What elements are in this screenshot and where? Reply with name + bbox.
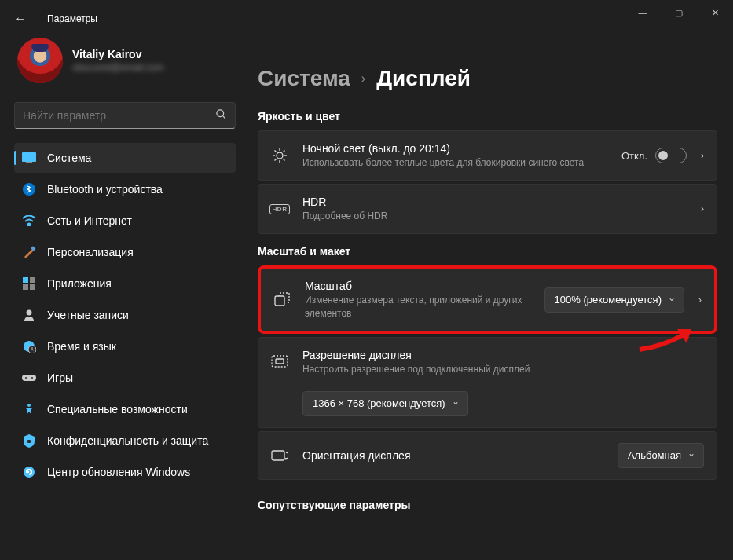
svg-rect-10 xyxy=(30,284,35,290)
gamepad-icon xyxy=(22,371,36,385)
minimize-button[interactable]: ― xyxy=(625,0,661,25)
resolution-dropdown[interactable]: 1366 × 768 (рекомендуется) xyxy=(302,391,468,416)
clock-globe-icon xyxy=(22,339,36,353)
svg-point-5 xyxy=(28,224,31,226)
brush-icon xyxy=(22,245,36,259)
nav-bluetooth[interactable]: Bluetooth и устройства xyxy=(14,174,236,204)
search-icon xyxy=(215,108,227,123)
nav-label: Приложения xyxy=(47,277,112,290)
user-profile[interactable]: Vitaliy Kairov obscured@email.com xyxy=(14,38,236,83)
svg-rect-31 xyxy=(276,359,284,364)
orientation-dropdown[interactable]: Альбомная xyxy=(618,443,704,468)
nav-gaming[interactable]: Игры xyxy=(14,363,236,393)
avatar xyxy=(17,38,63,83)
close-button[interactable]: ✕ xyxy=(697,0,733,25)
maximize-button[interactable]: ▢ xyxy=(661,0,697,25)
wifi-icon xyxy=(22,214,36,228)
window-title: Параметры xyxy=(47,13,97,24)
nav-update[interactable]: Центр обновления Windows xyxy=(14,457,236,487)
svg-rect-2 xyxy=(22,152,36,162)
scale-value: 100% (рекомендуется) xyxy=(555,294,662,306)
nav-label: Специальные возможности xyxy=(47,403,188,415)
resolution-icon xyxy=(271,353,288,371)
orientation-icon xyxy=(271,447,288,464)
nav-time[interactable]: Время и язык xyxy=(14,331,236,361)
orientation-title: Ориентация дисплея xyxy=(302,449,603,462)
svg-point-20 xyxy=(277,152,283,159)
apps-icon xyxy=(22,276,36,291)
svg-line-26 xyxy=(284,159,285,161)
nav-label: Сеть и Интернет xyxy=(47,214,132,227)
svg-rect-3 xyxy=(26,162,32,163)
night-light-toggle[interactable] xyxy=(655,148,687,163)
scale-icon xyxy=(273,291,291,309)
nav-privacy[interactable]: Конфиденциальность и защита xyxy=(14,426,236,456)
nav-label: Персонализация xyxy=(47,246,134,258)
svg-point-17 xyxy=(27,404,31,407)
search-input[interactable] xyxy=(23,109,215,122)
chevron-right-icon: › xyxy=(698,295,702,306)
night-light-state: Откл. xyxy=(621,150,647,162)
nav-system[interactable]: Система xyxy=(14,143,236,173)
user-email: obscured@email.com xyxy=(72,62,163,73)
search-input-wrapper[interactable] xyxy=(14,102,236,129)
hdr-title: HDR xyxy=(302,196,687,208)
svg-rect-18 xyxy=(27,440,31,443)
svg-rect-7 xyxy=(23,277,28,283)
resolution-value: 1366 × 768 (рекомендуется) xyxy=(313,397,445,409)
bluetooth-icon xyxy=(22,182,36,196)
hdr-link[interactable]: Подробнее об HDR xyxy=(302,210,687,222)
svg-point-16 xyxy=(31,377,33,379)
night-light-desc: Использовать более теплые цвета для блок… xyxy=(302,156,607,169)
svg-line-1 xyxy=(222,115,225,118)
svg-rect-32 xyxy=(272,451,284,460)
svg-line-25 xyxy=(275,151,277,152)
breadcrumb-parent[interactable]: Система xyxy=(258,66,350,91)
person-icon xyxy=(22,308,36,322)
chevron-right-icon: › xyxy=(701,203,704,214)
nav-network[interactable]: Сеть и Интернет xyxy=(14,206,236,236)
svg-rect-30 xyxy=(272,356,288,367)
resolution-row[interactable]: Разрешение дисплея Настроить разрешение … xyxy=(258,338,717,386)
user-name: Vitaliy Kairov xyxy=(72,48,163,60)
nav-apps[interactable]: Приложения xyxy=(14,269,236,298)
sun-icon xyxy=(271,147,288,164)
nav-label: Bluetooth и устройства xyxy=(47,183,163,196)
svg-point-0 xyxy=(217,110,224,117)
svg-line-28 xyxy=(284,151,285,152)
hdr-row[interactable]: HDR HDR Подробнее об HDR › xyxy=(258,184,717,234)
svg-point-11 xyxy=(27,310,32,316)
update-icon xyxy=(22,465,36,479)
scale-desc: Изменение размера текста, приложений и д… xyxy=(305,294,530,319)
nav-accounts[interactable]: Учетные записи xyxy=(14,300,236,330)
svg-line-27 xyxy=(275,159,277,161)
night-light-title: Ночной свет (выкл. до 20:14) xyxy=(302,142,607,155)
chevron-right-icon: › xyxy=(361,71,365,86)
nav-accessibility[interactable]: Специальные возможности xyxy=(14,394,236,424)
nav-label: Учетные записи xyxy=(47,309,129,321)
svg-rect-9 xyxy=(23,284,28,290)
shield-icon xyxy=(22,434,36,448)
svg-rect-29 xyxy=(275,296,284,306)
svg-rect-8 xyxy=(30,277,35,283)
resolution-title: Разрешение дисплея xyxy=(302,349,704,361)
section-scale-title: Масштаб и макет xyxy=(258,245,717,258)
resolution-desc: Настроить разрешение под подключенный ди… xyxy=(302,363,704,375)
section-brightness-title: Яркость и цвет xyxy=(258,110,717,123)
display-icon xyxy=(22,151,36,165)
breadcrumb-current: Дисплей xyxy=(376,66,471,91)
orientation-value: Альбомная xyxy=(628,449,681,461)
accessibility-icon xyxy=(22,402,36,416)
scale-title: Масштаб xyxy=(305,280,530,292)
nav-label: Время и язык xyxy=(47,340,116,353)
orientation-row[interactable]: Ориентация дисплея Альбомная xyxy=(258,431,717,480)
back-button[interactable]: ← xyxy=(14,12,38,26)
chevron-right-icon: › xyxy=(701,150,704,161)
svg-rect-14 xyxy=(22,375,36,381)
nav-label: Игры xyxy=(47,372,73,384)
night-light-row[interactable]: Ночной свет (выкл. до 20:14) Использоват… xyxy=(258,130,717,181)
scale-row[interactable]: Масштаб Изменение размера текста, прилож… xyxy=(258,265,717,333)
scale-dropdown[interactable]: 100% (рекомендуется) xyxy=(544,287,684,313)
nav-label: Конфиденциальность и защита xyxy=(47,434,208,447)
nav-personalization[interactable]: Персонализация xyxy=(14,237,236,267)
